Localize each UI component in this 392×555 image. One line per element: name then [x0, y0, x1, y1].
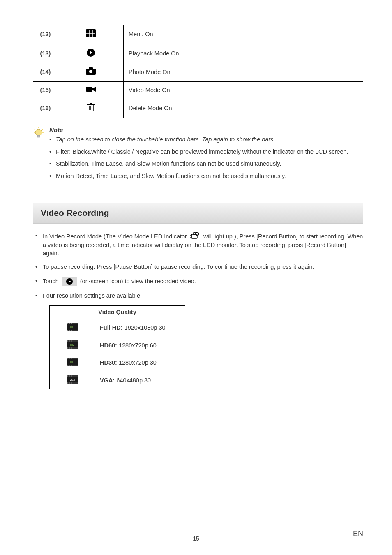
- svg-rect-61: [67, 358, 68, 359]
- svg-text:HD: HD: [70, 326, 74, 328]
- svg-rect-52: [67, 347, 68, 348]
- row-desc: Video Mode On: [124, 81, 363, 99]
- svg-rect-34: [69, 323, 70, 324]
- row-num: (16): [33, 99, 58, 118]
- note-item: Tap on the screen to close the touchable…: [49, 136, 363, 144]
- camcorder-icon: [190, 232, 201, 242]
- svg-rect-33: [67, 323, 68, 324]
- body-item: Four resolution settings are available:: [33, 292, 363, 300]
- svg-rect-7: [89, 67, 93, 69]
- svg-rect-41: [74, 330, 74, 331]
- svg-rect-51: [76, 340, 76, 341]
- note-title: Note: [49, 126, 363, 134]
- page-number: 15: [0, 535, 392, 543]
- svg-rect-48: [69, 340, 70, 341]
- row-desc: Photo Mode On: [124, 63, 363, 82]
- play-chip-icon: [62, 277, 77, 286]
- menu-grid-icon: [86, 29, 96, 37]
- lang-label: EN: [353, 529, 363, 539]
- row-num: (12): [33, 25, 58, 44]
- filmstrip-hd-icon: HD: [67, 326, 78, 332]
- svg-rect-78: [74, 375, 74, 376]
- svg-rect-76: [69, 375, 70, 376]
- row-desc: Playback Mode On: [124, 44, 363, 63]
- svg-rect-49: [71, 340, 72, 341]
- svg-rect-70: [76, 365, 76, 366]
- modes-table: (12) Menu On (13): [33, 25, 363, 118]
- svg-rect-62: [69, 358, 70, 359]
- svg-rect-80: [67, 382, 68, 383]
- svg-rect-55: [74, 347, 74, 348]
- quality-header: Video Quality: [50, 306, 185, 319]
- svg-rect-66: [67, 365, 68, 366]
- svg-rect-35: [71, 323, 72, 324]
- svg-point-17: [35, 129, 42, 136]
- body-list: In Video Record Mode (The Video Mode LED…: [33, 232, 363, 300]
- row-desc: Delete Mode On: [124, 99, 363, 118]
- svg-rect-75: [67, 375, 68, 376]
- lightbulb-icon: [33, 127, 45, 142]
- svg-rect-68: [71, 365, 72, 366]
- section-heading: Video Recording: [33, 203, 363, 223]
- row-num: (14): [33, 63, 58, 82]
- body-item: In Video Record Mode (The Video Mode LED…: [33, 232, 363, 258]
- filmstrip-vga-icon: VGA: [67, 378, 78, 385]
- svg-point-8: [89, 70, 92, 73]
- svg-rect-83: [74, 382, 74, 383]
- svg-rect-47: [67, 340, 68, 341]
- row-num: (15): [33, 81, 58, 99]
- svg-rect-42: [76, 330, 76, 331]
- svg-rect-63: [71, 358, 72, 359]
- svg-marker-10: [92, 87, 96, 92]
- svg-rect-36: [74, 323, 74, 324]
- svg-rect-37: [76, 323, 76, 324]
- svg-text:HD: HD: [70, 343, 74, 346]
- svg-rect-54: [71, 347, 72, 348]
- quality-table: Video Quality HD Full HD: 1920x1080p 30 …: [49, 305, 185, 389]
- svg-rect-79: [76, 375, 76, 376]
- svg-line-21: [42, 129, 43, 130]
- svg-rect-84: [76, 382, 76, 383]
- note-block: Note Tap on the screen to close the touc…: [33, 126, 363, 185]
- filmstrip-hd-icon: HD: [67, 361, 78, 367]
- svg-rect-50: [74, 340, 74, 341]
- svg-rect-18: [37, 135, 40, 137]
- row-num: (13): [33, 44, 58, 63]
- svg-rect-82: [71, 382, 72, 383]
- body-item: To pause recording: Press [Pause Button]…: [33, 263, 363, 271]
- svg-rect-64: [74, 358, 74, 359]
- svg-rect-69: [74, 365, 74, 366]
- svg-rect-53: [69, 347, 70, 348]
- delete-trash-icon: [87, 103, 95, 111]
- playback-icon: [87, 49, 95, 57]
- svg-rect-40: [71, 330, 72, 331]
- svg-rect-9: [86, 87, 92, 92]
- row-desc: Menu On: [124, 25, 363, 44]
- svg-rect-38: [67, 330, 68, 331]
- photo-mode-icon: [86, 67, 96, 75]
- filmstrip-hd-icon: HD: [67, 343, 78, 350]
- svg-rect-67: [69, 365, 70, 366]
- svg-rect-65: [76, 358, 76, 359]
- svg-line-20: [35, 129, 35, 130]
- svg-rect-12: [87, 104, 95, 105]
- svg-rect-81: [69, 382, 70, 383]
- svg-rect-77: [71, 375, 72, 376]
- svg-rect-39: [69, 330, 70, 331]
- note-item: Stabilization, Time Lapse, and Slow Moti…: [49, 160, 363, 168]
- body-item: Touch (on-screen icon) to view the recor…: [33, 277, 363, 286]
- svg-text:VGA: VGA: [69, 379, 75, 381]
- svg-rect-27: [190, 235, 191, 238]
- note-item: Filter: Black&White / Classic / Negative…: [49, 148, 363, 156]
- svg-rect-56: [76, 347, 76, 348]
- note-item: Motion Detect, Time Lapse, and Slow Moti…: [49, 172, 363, 180]
- video-mode-icon: [86, 86, 96, 92]
- svg-text:HD: HD: [70, 361, 74, 363]
- svg-rect-13: [90, 103, 92, 104]
